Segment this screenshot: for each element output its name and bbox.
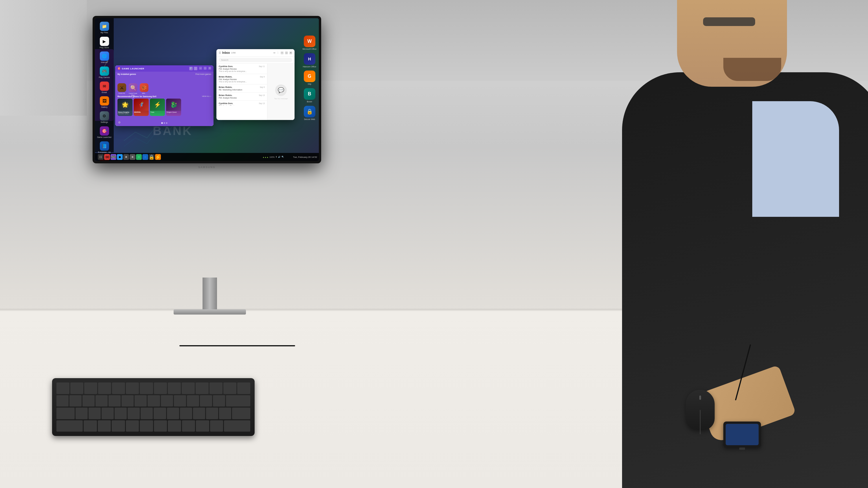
key-1[interactable] (69, 395, 82, 407)
taskbar-launcher-icon[interactable]: 🎮 (111, 154, 116, 160)
key-p[interactable] (193, 408, 205, 419)
email-item-2[interactable]: Brian Robis. Sep 9 FW: Analyst Review Th… (216, 74, 267, 85)
keyboard[interactable] (52, 378, 255, 436)
key-c[interactable] (112, 420, 125, 432)
key-b[interactable] (140, 420, 153, 432)
right-app-boxer[interactable]: B Boxer (304, 88, 315, 103)
taskbar-grid-icon[interactable] (98, 154, 103, 160)
key-x[interactable] (98, 420, 111, 432)
email-item-5[interactable]: Cynthia Gon. Sep 13 FW: Analyst Review (216, 101, 267, 105)
launcher-settings-icon[interactable]: ⚙ (118, 121, 122, 124)
rec-game-marvel[interactable]: 🦸 MARVEL (134, 99, 149, 116)
key-backtick[interactable] (56, 395, 69, 407)
key-0[interactable] (187, 395, 199, 407)
key-f9[interactable] (182, 383, 195, 394)
key-slash[interactable] (210, 420, 223, 432)
right-app-secureweb[interactable]: 🔒 Secure Web (304, 106, 315, 121)
key-f1[interactable] (70, 383, 83, 394)
email-edit-icon[interactable]: ✏ (273, 52, 276, 54)
taskbar-item-6[interactable]: ⚡ (155, 154, 161, 160)
mouse-scroll-wheel[interactable] (700, 410, 701, 434)
window-maximize-btn[interactable]: □ (204, 67, 207, 70)
key-o[interactable] (180, 408, 192, 419)
key-y[interactable] (141, 408, 153, 419)
key-t[interactable] (128, 408, 140, 419)
taskbar-item-5[interactable]: 🔒 (149, 154, 155, 160)
key-8[interactable] (161, 395, 173, 407)
sidebar-item-my-files[interactable]: 📁 My Files (96, 21, 113, 35)
email-more-icon[interactable]: ⋮ (277, 52, 279, 54)
key-comma[interactable] (182, 420, 195, 432)
rec-game-4[interactable]: 🐉 Dragon Quest (166, 99, 181, 116)
key-w[interactable] (89, 408, 101, 419)
key-period[interactable] (196, 420, 209, 432)
view-all-link[interactable]: VIEW ALL > (202, 95, 211, 97)
taskbar-item-2[interactable] (130, 154, 135, 160)
key-shift-r[interactable] (224, 420, 250, 432)
key-f6[interactable] (140, 383, 153, 394)
key-backspace[interactable] (226, 395, 250, 407)
sidebar-item-email[interactable]: ✉ Email (96, 80, 113, 95)
key-n[interactable] (154, 420, 167, 432)
taskbar-chrome-icon[interactable]: ● (117, 154, 123, 160)
window-menu-btn[interactable]: ⋮ (194, 67, 197, 70)
key-6[interactable] (134, 395, 147, 407)
key-2[interactable] (83, 395, 95, 407)
sidebar-item-internet[interactable]: 🌐 Internet (96, 50, 113, 65)
email-close-btn[interactable]: ✕ (289, 52, 292, 54)
key-9[interactable] (174, 395, 186, 407)
key-v[interactable] (126, 420, 139, 432)
find-more-label[interactable]: Find more games (195, 73, 211, 75)
computer-mouse[interactable] (686, 390, 715, 430)
window-close-btn[interactable]: ✕ (208, 67, 211, 70)
key-3[interactable] (95, 395, 107, 407)
key-del[interactable] (237, 383, 250, 394)
search-taskbar-icon[interactable]: 🔍 (281, 156, 284, 158)
email-search-input[interactable]: Search (219, 58, 292, 62)
email-item-1[interactable]: Cynthia Gon. Sep 11 FW: Analyst Review T… (216, 64, 267, 74)
key-f7[interactable] (154, 383, 167, 394)
key-5[interactable] (122, 395, 134, 407)
window-search-btn[interactable]: 🔍 (189, 67, 193, 70)
email-item-4[interactable]: Brian Robis. Sep 13 FW: Analyst Review (216, 93, 267, 101)
key-rbracket[interactable] (219, 408, 231, 419)
right-app-msoffice[interactable]: W Microsoft Office (303, 36, 317, 50)
key-f8[interactable] (168, 383, 181, 394)
key-f10[interactable] (195, 383, 209, 394)
key-lbracket[interactable] (206, 408, 218, 419)
taskbar-item-1[interactable] (123, 154, 129, 160)
window-minimize-btn[interactable]: ─ (199, 67, 202, 70)
key-r[interactable] (115, 408, 127, 419)
key-f2[interactable] (84, 383, 97, 394)
sidebar-item-gallery[interactable]: 🖼 Gallery (96, 95, 113, 109)
key-u[interactable] (154, 408, 166, 419)
sidebar-item-play-games[interactable]: 🎮 Play Games (96, 65, 113, 80)
game-item-nba[interactable]: 🏀 NBA... (140, 83, 148, 96)
email-maximize-btn[interactable]: □ (285, 52, 288, 54)
key-i[interactable] (167, 408, 179, 419)
taskbar-item-4[interactable] (142, 154, 148, 160)
key-esc[interactable] (56, 383, 69, 394)
taskbar-item-3[interactable] (136, 154, 142, 160)
key-f12[interactable] (223, 383, 237, 394)
sidebar-item-game-launcher[interactable]: 🎯 Game Launcher (96, 125, 113, 140)
game-item-candy[interactable]: 🍭 Candy Crush Saga (128, 83, 138, 96)
rec-game-3[interactable]: ⚡ Trials (150, 99, 165, 116)
phone-device[interactable] (723, 422, 761, 448)
key-f5[interactable] (126, 383, 139, 394)
key-minus[interactable] (200, 395, 212, 407)
key-q[interactable] (75, 408, 88, 419)
key-7[interactable] (148, 395, 160, 407)
key-equals[interactable] (213, 395, 225, 407)
game-item-ffxiv[interactable]: ⚔ FFXIV PG (118, 83, 126, 96)
key-return[interactable] (232, 408, 250, 419)
key-shift-l[interactable] (56, 420, 83, 432)
rec-game-simon[interactable]: 🌟 Simon Knights Interstellar Quests (118, 99, 132, 116)
sidebar-item-play-store[interactable]: ▶ Play Store (96, 36, 113, 50)
email-minimize-btn[interactable]: ─ (281, 52, 283, 54)
key-e[interactable] (101, 408, 114, 419)
email-item-3[interactable]: Brian Robis. Sep 9 RE: Marketing Informa… (216, 85, 267, 93)
sidebar-item-settings[interactable]: ⚙ Settings (96, 110, 113, 125)
key-f3[interactable] (98, 383, 111, 394)
key-f4[interactable] (112, 383, 125, 394)
